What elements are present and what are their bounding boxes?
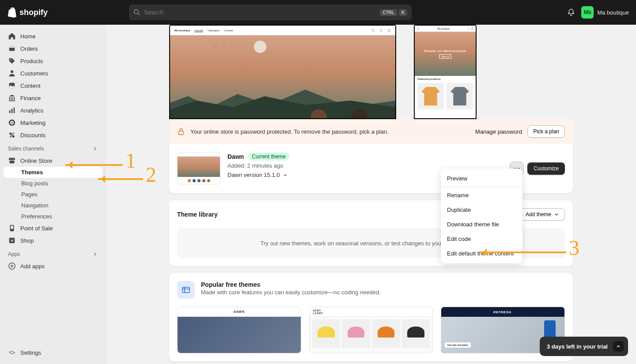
- svg-point-4: [11, 70, 13, 73]
- popular-theme-dawn[interactable]: DAWN: [177, 307, 301, 353]
- chevron-down-icon: [283, 173, 288, 178]
- trial-banner[interactable]: 3 days left in your trial: [540, 337, 628, 356]
- nav-blog-posts[interactable]: Blog posts: [4, 178, 102, 189]
- search-shortcut: CTRL K: [380, 9, 407, 16]
- dropdown-download[interactable]: Download theme file: [441, 217, 522, 232]
- svg-point-3: [10, 59, 11, 60]
- svg-rect-2: [9, 46, 15, 48]
- chevron-right-icon[interactable]: [92, 146, 98, 152]
- theme-actions-dropdown: Preview Rename Duplicate Download theme …: [441, 169, 522, 263]
- dropdown-preview[interactable]: Preview: [441, 171, 522, 186]
- nav-content[interactable]: Content: [4, 79, 102, 92]
- preview-mobile-header: ≡Ma boutique⌕☐: [415, 26, 476, 32]
- svg-point-18: [372, 29, 374, 31]
- desktop-preview[interactable]: Ma boutique Accueil Catalogue Contact ~ …: [169, 25, 396, 119]
- theme-thumbnail: [177, 153, 220, 184]
- nav-shop[interactable]: Shop: [4, 234, 102, 247]
- lock-icon: [177, 128, 185, 135]
- theme-library-title: Theme library: [177, 211, 218, 218]
- add-icon: [8, 262, 16, 270]
- trial-expand-button[interactable]: [613, 341, 624, 352]
- notifications-icon[interactable]: [567, 8, 575, 16]
- nav-home[interactable]: Home: [4, 30, 102, 42]
- chevron-right-icon[interactable]: [92, 251, 98, 257]
- gear-icon: [8, 349, 16, 356]
- nav-settings[interactable]: Settings: [4, 346, 102, 359]
- brand-logo[interactable]: shopify: [7, 7, 48, 18]
- manage-password-link[interactable]: Manage password: [475, 128, 522, 135]
- popular-themes-subtitle: Made with core features you can easily c…: [201, 289, 381, 296]
- dropdown-rename[interactable]: Rename: [441, 188, 522, 203]
- svg-rect-8: [14, 108, 15, 113]
- products-icon: [8, 57, 16, 65]
- current-theme-card: Dawn Current theme Added: 2 minutes ago …: [169, 144, 573, 193]
- mobile-preview[interactable]: ≡Ma boutique⌕☐ Browse our latest product…: [414, 25, 477, 119]
- shopify-bag-icon: [7, 7, 17, 18]
- sales-channels-header: Sales channels: [4, 141, 102, 154]
- dropdown-edit-code[interactable]: Edit code: [441, 232, 522, 246]
- store-name: Ma boutique: [597, 9, 629, 16]
- dropdown-duplicate[interactable]: Duplicate: [441, 203, 522, 217]
- nav-analytics[interactable]: Analytics: [4, 104, 102, 116]
- customers-icon: [8, 69, 16, 77]
- content-icon: [8, 82, 16, 90]
- themes-icon: [177, 281, 195, 299]
- popular-theme-spotlight[interactable]: SPOT LIGHT: [309, 307, 433, 353]
- svg-rect-26: [182, 287, 189, 293]
- svg-rect-16: [9, 238, 15, 244]
- nav-products[interactable]: Products: [4, 55, 102, 67]
- analytics-icon: [8, 106, 16, 114]
- svg-point-11: [11, 122, 12, 123]
- nav-navigation[interactable]: Navigation: [4, 200, 102, 211]
- nav-point-of-sale[interactable]: Point of Sale: [4, 222, 102, 234]
- svg-point-13: [12, 135, 14, 137]
- popular-themes-card: Popular free themes Made with core featu…: [169, 273, 573, 361]
- store-avatar: Mb: [581, 6, 594, 19]
- nav-marketing[interactable]: Marketing: [4, 116, 102, 129]
- bag-icon: [387, 29, 391, 32]
- search-icon: [371, 29, 375, 32]
- preview-desktop-header: Ma boutique Accueil Catalogue Contact: [170, 26, 395, 35]
- top-bar: shopify CTRL K Mb Ma boutique: [0, 0, 636, 25]
- svg-rect-7: [11, 109, 13, 113]
- nav-themes[interactable]: Themes: [4, 167, 102, 178]
- search-input[interactable]: [144, 9, 380, 16]
- sidebar: Home Orders Products Customers Content F…: [0, 25, 106, 364]
- theme-added-label: Added: 2 minutes ago: [227, 162, 503, 169]
- nav-orders[interactable]: Orders: [4, 42, 102, 55]
- discounts-icon: [8, 131, 16, 139]
- add-theme-button[interactable]: Add theme: [520, 208, 565, 221]
- svg-rect-22: [179, 131, 184, 135]
- trial-text: 3 days left in your trial: [547, 343, 608, 350]
- nav-preferences[interactable]: Preferences: [4, 211, 102, 222]
- nav-discounts[interactable]: Discounts: [4, 129, 102, 141]
- main-content: Ma boutique Accueil Catalogue Contact ~ …: [106, 25, 636, 364]
- orders-icon: [8, 45, 16, 53]
- svg-point-0: [134, 10, 139, 14]
- nav-online-store[interactable]: Online Store: [4, 154, 102, 167]
- apps-header: Apps: [4, 247, 102, 260]
- user-icon: [379, 29, 383, 32]
- popular-themes-title: Popular free themes: [201, 281, 381, 288]
- theme-name: Dawn: [227, 153, 244, 160]
- svg-rect-6: [9, 110, 11, 113]
- pos-icon: [8, 224, 16, 232]
- chevron-down-icon: [554, 212, 559, 217]
- marketing-icon: [8, 119, 16, 127]
- dropdown-edit-default[interactable]: Edit default theme content: [441, 246, 522, 261]
- customize-button[interactable]: Customize: [527, 162, 565, 175]
- search-bar[interactable]: CTRL K: [129, 4, 412, 20]
- brand-name: shopify: [19, 8, 48, 17]
- finance-icon: [8, 94, 16, 102]
- nav-pages[interactable]: Pages: [4, 189, 102, 200]
- svg-point-12: [9, 132, 11, 135]
- nav-customers[interactable]: Customers: [4, 67, 102, 79]
- nav-add-apps[interactable]: Add apps: [4, 260, 102, 272]
- store-menu[interactable]: Mb Ma boutique: [581, 6, 629, 19]
- password-banner: Your online store is password protected.…: [169, 119, 573, 144]
- svg-rect-15: [11, 226, 13, 229]
- home-icon: [8, 32, 16, 40]
- pick-plan-button[interactable]: Pick a plan: [527, 125, 565, 138]
- nav-finance[interactable]: Finance: [4, 92, 102, 104]
- password-banner-text: Your online store is password protected.…: [190, 128, 389, 135]
